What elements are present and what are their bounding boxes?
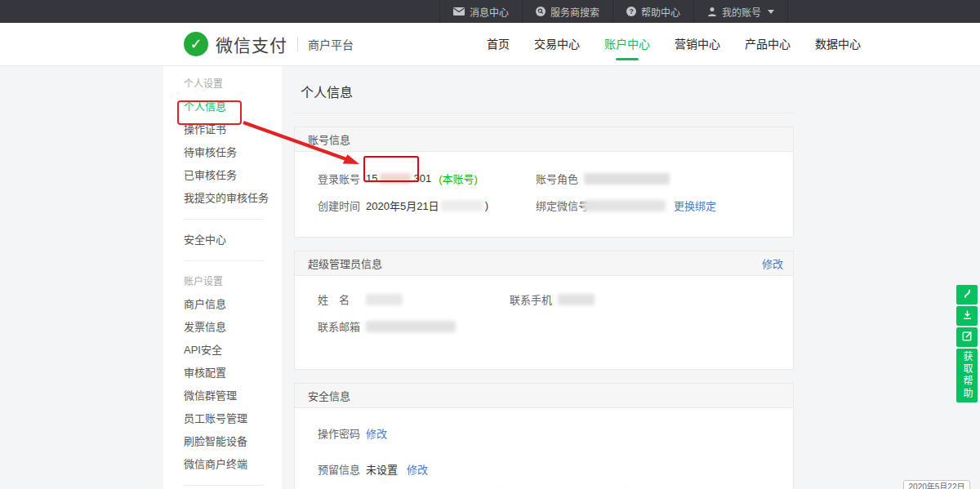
- account-info-card-header: 账号信息: [295, 127, 793, 152]
- sidebar-item-staff-account-mgmt[interactable]: 员工账号管理: [184, 407, 282, 430]
- topbar-item-label: 帮助中心: [641, 5, 680, 19]
- brand-area: ✓ 微信支付 商户平台: [184, 23, 354, 65]
- contact-phone-label: 联系手机: [510, 291, 558, 307]
- brand-divider: [297, 37, 298, 51]
- floating-help-bar: 获取帮助: [956, 285, 978, 402]
- current-account-tag: (本账号): [439, 171, 478, 186]
- sidebar-section-personal-settings: 个人设置: [184, 73, 282, 96]
- redacted-contact-phone: [558, 294, 595, 305]
- edit-icon: [962, 330, 973, 345]
- header: ✓ 微信支付 商户平台 首页 交易中心 账户中心 营销中心 产品中心 数据中心: [0, 23, 980, 66]
- feedback-button[interactable]: [956, 327, 978, 347]
- created-tail: ): [485, 199, 488, 211]
- topbar-item-label: 服务商搜索: [550, 5, 599, 19]
- card-title: 安全信息: [308, 388, 350, 403]
- edit-admin-link[interactable]: 修改: [762, 256, 783, 271]
- link-icon: [962, 287, 973, 302]
- download-icon: [962, 309, 973, 323]
- page-title: 个人信息: [294, 66, 794, 113]
- sidebar-item-wechat-merchant-terminal[interactable]: 微信商户终端: [184, 453, 282, 476]
- reserved-info-status: 未设置: [366, 461, 398, 477]
- search-icon: [536, 7, 546, 16]
- nav-account-center[interactable]: 账户中心: [599, 23, 655, 65]
- sidebar-item-personal-info[interactable]: 个人信息: [184, 96, 282, 118]
- help-icon: ?: [626, 7, 636, 16]
- sidebar-divider: [184, 260, 264, 261]
- sidebar-item-wechat-group-mgmt[interactable]: 微信群管理: [184, 385, 282, 407]
- topbar-item-label: 我的账号: [722, 5, 761, 19]
- card-title: 账号信息: [308, 131, 350, 147]
- main-content: 个人信息 账号信息 登录账号 15301 (本账号) 账号角色: [294, 66, 794, 489]
- sidebar-divider: [184, 485, 264, 486]
- sidebar-item-reviewed-tasks[interactable]: 已审核任务: [184, 164, 282, 187]
- redacted-account-role: [584, 173, 670, 184]
- redacted-login-digits: [380, 173, 411, 184]
- created-date: 2020年5月21日: [366, 198, 439, 213]
- login-account-value: 15301: [366, 172, 431, 184]
- admin-name-label: 姓 名: [318, 291, 366, 307]
- hotline-link-button[interactable]: [956, 285, 978, 305]
- sidebar-item-merchant-info[interactable]: 商户信息: [184, 293, 282, 316]
- account-role-label: 账号角色: [536, 171, 584, 186]
- date-tooltip: 2020年5月22日: [903, 480, 970, 489]
- chevron-down-icon: [768, 10, 774, 14]
- topbar-item-message-center[interactable]: 消息中心: [439, 0, 522, 23]
- login-account-label: 登录账号: [318, 171, 366, 186]
- sidebar-divider: [184, 219, 264, 220]
- contact-email-label: 联系邮箱: [318, 318, 366, 334]
- redacted-wechat-id: [584, 200, 666, 211]
- download-button[interactable]: [956, 306, 978, 326]
- bound-wechat-label: 绑定微信号: [536, 198, 584, 213]
- sidebar-item-my-submitted-tasks[interactable]: 我提交的审核任务: [184, 187, 282, 210]
- redacted-contact-email: [366, 321, 456, 332]
- sidebar-item-security-center[interactable]: 安全中心: [184, 229, 282, 251]
- topbar-item-provider-search[interactable]: 服务商搜索: [522, 0, 612, 23]
- nav-marketing-center[interactable]: 营销中心: [670, 23, 725, 65]
- sidebar-item-review-config[interactable]: 审核配置: [184, 362, 282, 385]
- sidebar-item-pending-review-tasks[interactable]: 待审核任务: [184, 141, 282, 164]
- created-time-label: 创建时间: [318, 198, 366, 213]
- sidebar-item-invoice-info[interactable]: 发票信息: [184, 316, 282, 339]
- redacted-admin-name: [366, 294, 403, 305]
- login-account-suffix: 301: [413, 172, 431, 184]
- main-nav: 首页 交易中心 账户中心 营销中心 产品中心 数据中心: [482, 23, 866, 65]
- topbar: 消息中心 服务商搜索 ? 帮助中心 我的账号: [0, 0, 980, 23]
- edit-reserved-info-link[interactable]: 修改: [407, 461, 428, 477]
- wechat-pay-logo-icon: ✓: [184, 32, 208, 56]
- topbar-item-help-center[interactable]: ? 帮助中心: [612, 0, 693, 23]
- created-time-value: 2020年5月21日): [366, 198, 488, 213]
- redacted-created-time: [441, 200, 483, 211]
- portal-name: 商户平台: [308, 36, 354, 52]
- message-icon: [453, 7, 465, 16]
- edit-password-link[interactable]: 修改: [366, 425, 387, 441]
- super-admin-card: 超级管理员信息 修改 姓 名 联系手机 联系邮箱: [294, 251, 794, 370]
- security-info-card-header: 安全信息: [295, 384, 793, 408]
- sidebar: 个人设置 个人信息 操作证书 待审核任务 已审核任务 我提交的审核任务 安全中心…: [163, 66, 282, 489]
- login-account-prefix: 15: [366, 172, 377, 184]
- topbar-item-my-account[interactable]: 我的账号: [693, 0, 788, 23]
- operation-password-label: 操作密码: [318, 425, 366, 441]
- security-info-card: 安全信息 操作密码 修改 预留信息 未设置 修改 预留信息是由你自己设置的一段文…: [294, 383, 794, 489]
- sidebar-section-account-settings: 账户设置: [184, 270, 282, 293]
- sidebar-item-face-smart-device[interactable]: 刷脸智能设备: [184, 430, 282, 453]
- nav-transaction-center[interactable]: 交易中心: [529, 23, 585, 65]
- account-info-card: 账号信息 登录账号 15301 (本账号) 账号角色 创建时间: [294, 127, 794, 238]
- reserved-info-label: 预留信息: [318, 461, 366, 477]
- get-help-button[interactable]: 获取帮助: [956, 349, 978, 402]
- brand-name: 微信支付: [216, 32, 287, 56]
- nav-data-center[interactable]: 数据中心: [810, 23, 866, 65]
- svg-text:?: ?: [629, 7, 633, 16]
- sidebar-item-api-security[interactable]: API安全: [184, 339, 282, 362]
- user-icon: [707, 7, 717, 16]
- nav-product-center[interactable]: 产品中心: [740, 23, 795, 65]
- nav-home[interactable]: 首页: [482, 23, 514, 65]
- card-title: 超级管理员信息: [308, 256, 382, 271]
- super-admin-card-header: 超级管理员信息 修改: [295, 251, 793, 276]
- sidebar-item-operation-certificate[interactable]: 操作证书: [184, 118, 282, 141]
- topbar-item-label: 消息中心: [470, 5, 509, 19]
- rebind-link[interactable]: 更换绑定: [674, 198, 716, 213]
